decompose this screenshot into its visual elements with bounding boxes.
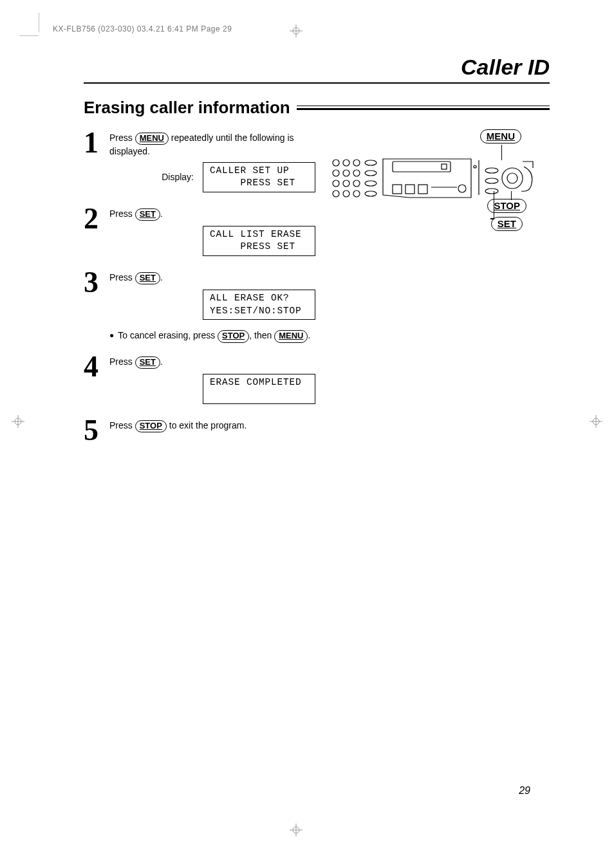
svg-point-16 bbox=[343, 170, 349, 176]
page-number: 29 bbox=[519, 785, 530, 797]
svg-rect-29 bbox=[442, 164, 447, 169]
text: Press bbox=[109, 133, 135, 143]
step-text: Press SET. bbox=[109, 355, 315, 369]
svg-point-26 bbox=[365, 181, 377, 186]
svg-point-25 bbox=[365, 171, 377, 176]
svg-point-27 bbox=[365, 191, 377, 196]
svg-rect-32 bbox=[418, 185, 427, 194]
set-callout: SET bbox=[491, 217, 523, 231]
device-illustration: MENU bbox=[328, 129, 534, 232]
chapter-rule bbox=[84, 82, 550, 84]
step-number: 1 bbox=[84, 129, 109, 201]
text: Press bbox=[109, 272, 135, 282]
stop-key: STOP bbox=[135, 420, 167, 432]
section-rule bbox=[297, 105, 550, 111]
svg-point-38 bbox=[485, 189, 498, 194]
bullet-icon: ● bbox=[109, 329, 114, 342]
svg-point-37 bbox=[485, 178, 498, 183]
text: to exit the program. bbox=[167, 420, 247, 430]
page-content: Caller ID Erasing caller information 1 P… bbox=[84, 55, 550, 447]
leader-line bbox=[511, 191, 512, 200]
device-column: MENU bbox=[328, 129, 550, 447]
svg-point-35 bbox=[474, 165, 476, 168]
svg-point-39 bbox=[502, 168, 523, 189]
svg-point-12 bbox=[333, 160, 339, 166]
text: Press bbox=[109, 356, 135, 367]
set-key: SET bbox=[135, 208, 160, 221]
svg-point-18 bbox=[333, 180, 339, 187]
step-text: Press SET. bbox=[109, 271, 315, 284]
svg-point-17 bbox=[353, 170, 360, 176]
svg-point-21 bbox=[333, 190, 339, 197]
crop-mark bbox=[19, 35, 39, 36]
menu-callout: MENU bbox=[480, 129, 521, 143]
svg-point-13 bbox=[343, 160, 349, 166]
text: Press bbox=[109, 420, 135, 430]
step-number: 2 bbox=[84, 205, 109, 265]
text: Press bbox=[109, 208, 135, 219]
steps-column: 1 Press MENU repeatedly until the follow… bbox=[84, 129, 315, 447]
text: . bbox=[160, 208, 163, 219]
svg-point-34 bbox=[458, 185, 466, 192]
note-bullet: ● To cancel erasing, press STOP, then ME… bbox=[109, 329, 315, 342]
bullet-text: To cancel erasing, press STOP, then MENU… bbox=[118, 329, 315, 342]
menu-key: MENU bbox=[274, 330, 308, 342]
step-text: Press STOP to exit the program. bbox=[109, 419, 315, 432]
svg-point-22 bbox=[343, 190, 349, 197]
text: . bbox=[160, 356, 163, 367]
set-key: SET bbox=[135, 356, 160, 369]
set-key: SET bbox=[135, 272, 160, 284]
step-text: Press MENU repeatedly until the followin… bbox=[109, 131, 315, 158]
step-2: 2 Press SET. CALL LIST ERASE PRESS SET bbox=[84, 205, 315, 265]
stop-key: STOP bbox=[218, 330, 249, 342]
lcd-display: CALL LIST ERASE PRESS SET bbox=[203, 226, 315, 256]
svg-point-23 bbox=[353, 190, 360, 197]
svg-point-19 bbox=[343, 180, 349, 187]
registration-mark-top bbox=[290, 24, 302, 37]
step-1: 1 Press MENU repeatedly until the follow… bbox=[84, 129, 315, 201]
lcd-display: ALL ERASE OK? YES:SET/NO:STOP bbox=[203, 290, 315, 320]
display-label: Display: bbox=[162, 171, 194, 183]
registration-mark-bottom bbox=[290, 824, 302, 836]
text: , then bbox=[249, 330, 274, 340]
step-text: Press SET. bbox=[109, 207, 315, 221]
print-slug: KX-FLB756 (023-030) 03.4.21 6:41 PM Page… bbox=[53, 24, 232, 33]
registration-mark-right bbox=[590, 415, 602, 428]
step-5: 5 Press STOP to exit the program. bbox=[84, 417, 315, 443]
lcd-display: ERASE COMPLETED bbox=[203, 374, 315, 404]
crop-mark bbox=[39, 13, 39, 32]
text: . bbox=[160, 272, 163, 282]
leader-line bbox=[494, 191, 495, 218]
text: To cancel erasing, press bbox=[118, 330, 218, 340]
leader-line bbox=[490, 218, 494, 219]
step-4: 4 Press SET. ERASE COMPLETED bbox=[84, 353, 315, 413]
section-title: Erasing caller information bbox=[84, 98, 297, 118]
step-number: 5 bbox=[84, 417, 109, 443]
registration-mark-left bbox=[12, 415, 24, 428]
svg-point-14 bbox=[353, 160, 360, 166]
text: . bbox=[308, 330, 310, 340]
section-header: Erasing caller information bbox=[84, 98, 550, 118]
svg-point-40 bbox=[507, 173, 517, 183]
step-3: 3 Press SET. ALL ERASE OK? YES:SET/NO:ST… bbox=[84, 269, 315, 349]
menu-key: MENU bbox=[135, 133, 169, 145]
step-number: 3 bbox=[84, 269, 109, 349]
lcd-display: CALLER SET UP PRESS SET bbox=[203, 162, 315, 192]
svg-point-36 bbox=[485, 168, 498, 173]
step-number: 4 bbox=[84, 353, 109, 413]
svg-point-24 bbox=[365, 160, 377, 165]
svg-point-20 bbox=[353, 180, 360, 187]
svg-rect-30 bbox=[393, 185, 402, 194]
chapter-title: Caller ID bbox=[84, 55, 550, 80]
svg-point-15 bbox=[333, 170, 339, 176]
svg-rect-31 bbox=[405, 185, 414, 194]
